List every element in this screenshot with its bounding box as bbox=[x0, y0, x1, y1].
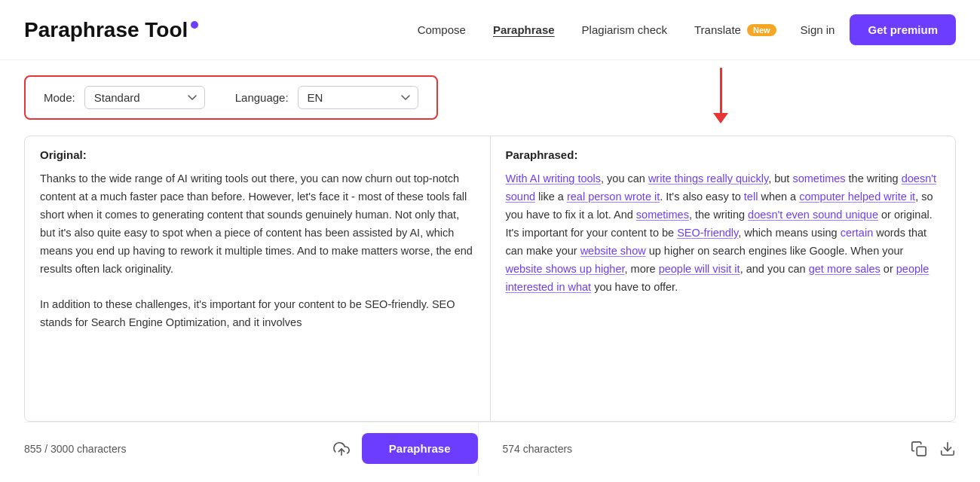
mode-label: Mode: bbox=[44, 91, 75, 104]
original-text[interactable]: Thanks to the wide range of AI writing t… bbox=[25, 167, 490, 421]
language-label: Language: bbox=[235, 91, 289, 104]
copy-icon bbox=[911, 441, 927, 457]
ph-text-8: like a bbox=[535, 191, 567, 203]
header: Paraphrase Tool Compose Paraphrase Plagi… bbox=[0, 0, 980, 60]
paraphrased-char-count: 574 characters bbox=[503, 443, 573, 455]
ph-segment-9: real person wrote it bbox=[567, 191, 660, 203]
ph-segment-11: tell bbox=[744, 191, 758, 203]
ph-segment-23: website show bbox=[580, 245, 646, 257]
nav-compose[interactable]: Compose bbox=[418, 23, 466, 36]
download-icon bbox=[939, 441, 956, 457]
ph-segment-13: computer helped write it bbox=[799, 191, 915, 203]
navigation: Compose Paraphrase Plagiarism check Tran… bbox=[418, 23, 776, 36]
ph-segment-15: sometimes bbox=[636, 209, 689, 221]
ph-text-6: the writing bbox=[846, 172, 902, 185]
ph-segment-3: write things really quickly bbox=[648, 172, 768, 185]
upload-button[interactable] bbox=[333, 441, 350, 457]
nav-paraphrase[interactable]: Paraphrase bbox=[493, 23, 555, 36]
copy-button[interactable] bbox=[911, 441, 927, 457]
ph-segment-17: doesn't even sound unique bbox=[748, 209, 878, 221]
ph-segment-21: certain bbox=[841, 227, 874, 239]
logo-text: Paraphrase Tool bbox=[24, 18, 188, 42]
sign-in-button[interactable]: Sign in bbox=[801, 23, 835, 36]
original-char-count: 855 / 3000 characters bbox=[24, 443, 126, 455]
arrow-container bbox=[462, 60, 980, 124]
new-badge: New bbox=[747, 24, 776, 36]
ph-text-28: , and you can bbox=[740, 263, 809, 275]
arrow-shaft bbox=[720, 68, 722, 113]
main-content: Original: Thanks to the wide range of AI… bbox=[24, 136, 956, 422]
ph-text-12: when a bbox=[758, 191, 799, 203]
svg-rect-1 bbox=[917, 447, 926, 456]
logo: Paraphrase Tool bbox=[24, 18, 198, 42]
paraphrased-footer-icons bbox=[911, 441, 956, 457]
paraphrased-title: Paraphrased: bbox=[491, 136, 956, 167]
paraphrased-panel: Paraphrased: With AI writing tools, you … bbox=[491, 136, 956, 421]
ph-segment-29: get more bbox=[809, 263, 855, 275]
ph-segment-27: people will visit it bbox=[659, 263, 740, 275]
mode-select[interactable]: Standard Fluency Creative Formal Simple bbox=[84, 86, 205, 109]
paraphrased-footer: 574 characters bbox=[478, 423, 957, 474]
get-premium-button[interactable]: Get premium bbox=[850, 14, 956, 45]
ph-segment-30: sales bbox=[855, 263, 880, 275]
ph-text-16: , the writing bbox=[689, 209, 748, 221]
paraphrase-button[interactable]: Paraphrase bbox=[362, 433, 478, 464]
ph-text-26: , more bbox=[625, 263, 659, 275]
footer: 855 / 3000 characters Paraphrase 574 cha… bbox=[24, 422, 956, 474]
ph-segment-5: sometimes bbox=[792, 172, 845, 185]
original-footer: 855 / 3000 characters Paraphrase bbox=[24, 423, 478, 474]
ph-text-4: , but bbox=[768, 172, 792, 185]
original-title: Original: bbox=[25, 136, 490, 167]
original-panel: Original: Thanks to the wide range of AI… bbox=[25, 136, 490, 421]
ph-text-24: up higher on search engines like Google.… bbox=[646, 245, 904, 257]
ph-segment-19: SEO-friendly bbox=[677, 227, 738, 239]
nav-plagiarism[interactable]: Plagiarism check bbox=[582, 23, 667, 36]
nav-translate-group: Translate New bbox=[694, 23, 776, 36]
mode-language-toolbar: Mode: Standard Fluency Creative Formal S… bbox=[24, 75, 438, 120]
ph-text-31: or bbox=[880, 263, 896, 275]
language-group: Language: EN ES FR DE bbox=[235, 86, 418, 109]
ph-text-2: , you can bbox=[601, 172, 648, 185]
ph-segment-1: With AI writing tools bbox=[506, 172, 602, 185]
ph-segment-25: website shows up higher bbox=[506, 263, 625, 275]
download-button[interactable] bbox=[939, 441, 956, 457]
upload-icon bbox=[333, 441, 350, 457]
original-footer-icons: Paraphrase bbox=[333, 433, 478, 464]
logo-dot bbox=[191, 21, 198, 29]
ph-text-33: you have to offer. bbox=[591, 281, 678, 293]
nav-translate[interactable]: Translate bbox=[694, 23, 741, 36]
down-arrow bbox=[713, 68, 728, 124]
mode-group: Mode: Standard Fluency Creative Formal S… bbox=[44, 86, 205, 109]
ph-text-20: , which means using bbox=[738, 227, 840, 239]
paraphrased-text: With AI writing tools, you can write thi… bbox=[491, 167, 956, 421]
ph-text-10: . It's also easy to bbox=[660, 191, 744, 203]
arrow-head bbox=[713, 113, 728, 124]
language-select[interactable]: EN ES FR DE bbox=[298, 86, 418, 109]
